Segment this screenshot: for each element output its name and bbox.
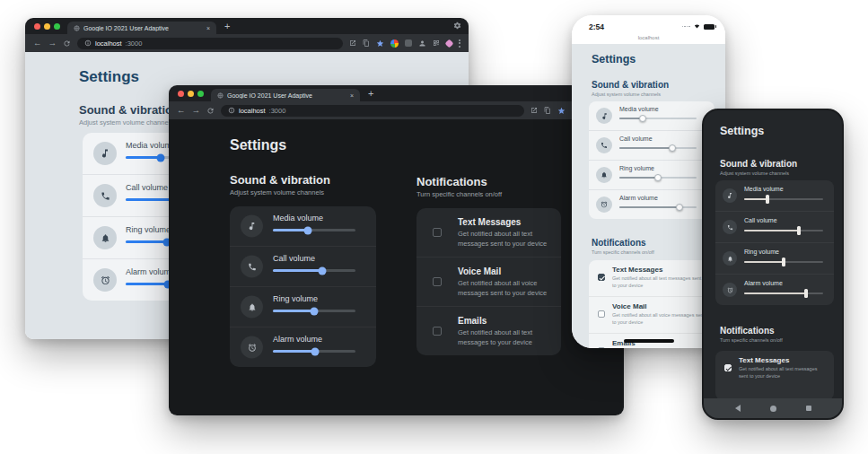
notifications-card: Text Messages Get notified about all tex…: [715, 351, 834, 400]
sound-section-subheading: Adjust system volume channels: [230, 188, 324, 196]
traffic-light-close[interactable]: [34, 23, 40, 30]
alarm-clock-icon: [241, 336, 263, 359]
call-volume-slider[interactable]: [744, 230, 823, 231]
phone-icon: [93, 184, 117, 207]
globe-favicon-icon: [217, 92, 224, 99]
reload-icon[interactable]: [206, 107, 215, 115]
bell-icon: [596, 167, 612, 183]
close-tab-icon[interactable]: ×: [350, 92, 354, 99]
ring-volume-slider[interactable]: [619, 177, 697, 179]
alarm-clock-icon: [723, 283, 737, 297]
notification-title: Text Messages: [458, 217, 521, 227]
call-volume-slider[interactable]: [273, 269, 355, 272]
alarm-volume-slider[interactable]: [273, 350, 355, 353]
volume-label: Media volume: [273, 214, 323, 223]
text-messages-checkbox[interactable]: [598, 274, 605, 281]
notification-title: Emails: [458, 316, 487, 326]
media-volume-slider[interactable]: [744, 198, 823, 200]
extension-pinwheel-icon[interactable]: [390, 39, 399, 48]
reload-icon[interactable]: [63, 39, 71, 48]
android-home-button[interactable]: [770, 406, 776, 412]
gear-icon[interactable]: [453, 22, 461, 30]
emails-checkbox[interactable]: [598, 347, 605, 348]
share-icon[interactable]: [530, 107, 538, 114]
back-button[interactable]: ←: [33, 39, 42, 48]
volume-label: Ring volume: [619, 165, 654, 171]
forward-button[interactable]: →: [192, 106, 201, 115]
ring-volume-slider[interactable]: [744, 261, 823, 263]
page-title: Settings: [79, 68, 139, 86]
voice-mail-checkbox[interactable]: [598, 310, 605, 318]
page-title: Settings: [592, 53, 636, 65]
volume-row-alarm: Alarm volume: [589, 189, 715, 219]
music-note-icon: [596, 108, 612, 124]
sound-section-heading: Sound & vibration: [230, 173, 330, 187]
media-volume-slider[interactable]: [619, 118, 697, 119]
call-volume-slider[interactable]: [619, 147, 697, 149]
share-icon[interactable]: [349, 39, 356, 47]
bookmark-star-icon[interactable]: [557, 107, 566, 115]
traffic-light-close[interactable]: [178, 91, 184, 97]
new-tab-button[interactable]: +: [224, 22, 230, 31]
volume-label: Media volume: [619, 106, 659, 112]
alarm-volume-slider[interactable]: [619, 206, 697, 208]
notification-row-text-messages: Text Messages Get notified about all tex…: [416, 208, 561, 257]
notifications-section-heading: Notifications: [720, 326, 775, 336]
volume-card: Media volume Call volume Ring volume Ala…: [715, 180, 834, 305]
back-button[interactable]: ←: [177, 106, 186, 115]
status-time: 2:54: [589, 22, 604, 31]
gem-extension-icon[interactable]: [445, 39, 454, 48]
sound-section-subheading: Adjust system volume channels: [592, 92, 661, 97]
android-recents-button[interactable]: [806, 406, 811, 411]
site-info-icon[interactable]: [228, 107, 235, 114]
alarm-volume-slider[interactable]: [744, 292, 823, 294]
tab-groups-icon[interactable]: [363, 39, 370, 47]
notification-description: Get notified about all text messages to …: [458, 328, 552, 347]
text-messages-checkbox[interactable]: [724, 364, 732, 371]
notifications-section-heading: Notifications: [592, 238, 646, 248]
voice-mail-checkbox[interactable]: [433, 277, 442, 286]
url-host: localhost: [239, 107, 266, 115]
media-volume-slider[interactable]: [273, 229, 355, 231]
traffic-light-minimize[interactable]: [188, 91, 194, 97]
traffic-light-zoom[interactable]: [54, 23, 60, 30]
browser-tab[interactable]: Google IO 2021 User Adaptive ×: [67, 22, 216, 34]
home-indicator[interactable]: [624, 339, 674, 343]
notification-row-voice-mail: Voice Mail Get notified about all voice …: [416, 257, 561, 306]
battery-icon: [704, 24, 715, 30]
phone-icon: [596, 137, 612, 153]
page-title: Settings: [230, 137, 286, 153]
notification-row-text-messages: Text Messages Get notified about all tex…: [589, 260, 715, 296]
volume-label: Alarm volume: [619, 195, 658, 201]
safari-url-label[interactable]: localhost: [572, 35, 725, 40]
notification-description: Get notified about all text messages sen…: [612, 275, 706, 290]
new-tab-button[interactable]: +: [368, 89, 373, 99]
qr-extension-icon[interactable]: [433, 39, 440, 47]
tab-title: Google IO 2021 User Adaptive: [83, 25, 203, 31]
profile-person-icon[interactable]: [418, 39, 426, 48]
address-bar[interactable]: localhost :3000: [77, 38, 343, 49]
traffic-light-zoom[interactable]: [197, 91, 204, 97]
phone-dark: Settings Sound & vibration Adjust system…: [702, 109, 844, 420]
ring-volume-slider[interactable]: [273, 310, 355, 312]
browser-window-dark: Google IO 2021 User Adaptive × + ← → loc…: [169, 85, 624, 415]
volume-label: Alarm volume: [744, 280, 783, 286]
bookmark-star-icon[interactable]: [376, 39, 384, 48]
close-tab-icon[interactable]: ×: [206, 25, 210, 31]
volume-card: Media volume Call volume Ring volume Ala…: [230, 206, 376, 367]
music-note-icon: [241, 215, 263, 238]
tab-groups-icon[interactable]: [544, 107, 551, 114]
forward-button[interactable]: →: [48, 39, 57, 48]
globe-favicon-icon: [74, 25, 80, 31]
browser-toolbar: ← → localhost :3000: [169, 101, 624, 119]
browser-tab[interactable]: Google IO 2021 User Adaptive ×: [211, 89, 360, 101]
site-info-icon[interactable]: [84, 39, 92, 47]
emails-checkbox[interactable]: [433, 327, 442, 336]
volume-row-alarm: Alarm volume: [230, 327, 376, 367]
address-bar[interactable]: localhost :3000: [221, 105, 524, 117]
browser-menu-icon[interactable]: [459, 39, 460, 48]
extension-dark-icon[interactable]: [405, 39, 412, 47]
text-messages-checkbox[interactable]: [433, 228, 442, 237]
android-back-button[interactable]: [735, 405, 741, 412]
traffic-light-minimize[interactable]: [44, 23, 50, 30]
